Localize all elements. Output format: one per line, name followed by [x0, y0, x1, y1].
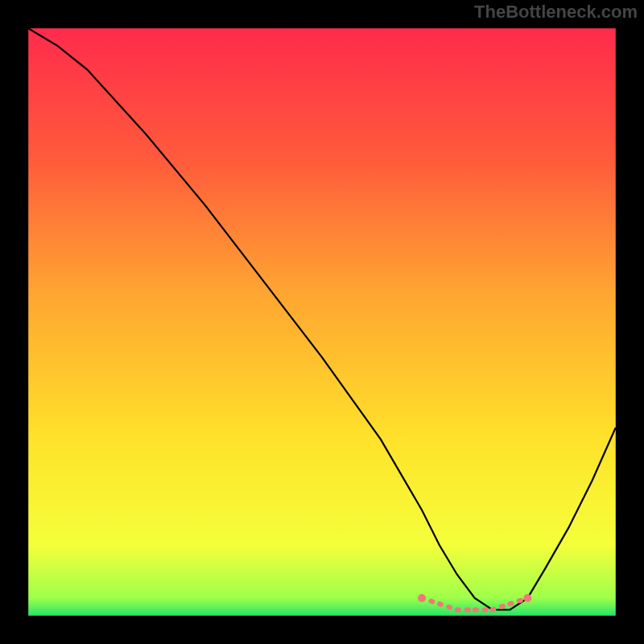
chart-svg [0, 0, 644, 644]
optimal-range-endpoint [418, 594, 426, 602]
optimal-range-endpoint [523, 594, 531, 602]
plot-background [28, 28, 616, 616]
watermark-text: TheBottleneck.com [474, 2, 638, 23]
